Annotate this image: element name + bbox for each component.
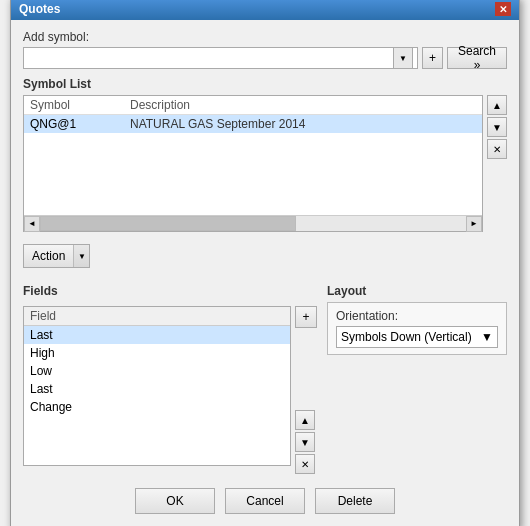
layout-panel: Layout Orientation: Symbols Down (Vertic… — [327, 284, 507, 474]
layout-group: Orientation: Symbols Down (Vertical) ▼ — [327, 302, 507, 355]
symbol-list-body: QNG@1 NATURAL GAS September 2014 — [24, 115, 482, 215]
symbol-delete-button[interactable]: ✕ — [487, 139, 507, 159]
add-symbol-row: ▼ + Search » — [23, 47, 507, 69]
symbol-value: QNG@1 — [30, 117, 130, 131]
bottom-panels: Fields Field Last High Low Last Change — [23, 284, 507, 474]
action-button-label: Action — [24, 249, 73, 263]
footer-buttons: OK Cancel Delete — [23, 488, 507, 518]
cancel-button[interactable]: Cancel — [225, 488, 305, 514]
fields-and-buttons: Field Last High Low Last Change + ▲ — [23, 306, 317, 474]
symbol-list-label: Symbol List — [23, 77, 507, 91]
symbol-side-buttons: ▲ ▼ ✕ — [487, 95, 507, 238]
field-row-high[interactable]: High — [24, 344, 290, 362]
field-row-change[interactable]: Change — [24, 398, 290, 416]
action-dropdown-arrow[interactable]: ▼ — [73, 245, 89, 267]
scroll-left-btn[interactable]: ◄ — [24, 216, 40, 232]
fields-list: Field Last High Low Last Change — [23, 306, 291, 466]
orientation-label: Orientation: — [336, 309, 498, 323]
delete-button[interactable]: Delete — [315, 488, 395, 514]
horizontal-scrollbar[interactable]: ◄ ► — [24, 215, 482, 231]
layout-label: Layout — [327, 284, 507, 298]
symbol-row[interactable]: QNG@1 NATURAL GAS September 2014 — [24, 115, 482, 133]
quotes-window: Quotes ✕ Add symbol: ▼ + Search » Symbol… — [10, 0, 520, 526]
orientation-value: Symbols Down (Vertical) — [341, 330, 472, 344]
orientation-arrow: ▼ — [481, 330, 493, 344]
fields-delete-button[interactable]: ✕ — [295, 454, 315, 474]
field-list-header: Field — [24, 307, 290, 326]
fields-list-wrapper: Field Last High Low Last Change — [23, 306, 291, 474]
symbol-list-panel: Symbol Description QNG@1 NATURAL GAS Sep… — [23, 95, 483, 232]
search-button[interactable]: Search » — [447, 47, 507, 69]
field-row-last-2[interactable]: Last — [24, 380, 290, 398]
fields-down-button[interactable]: ▼ — [295, 432, 315, 452]
symbol-up-button[interactable]: ▲ — [487, 95, 507, 115]
add-symbol-plus-button[interactable]: + — [422, 47, 443, 69]
fields-up-button[interactable]: ▲ — [295, 410, 315, 430]
field-row-low[interactable]: Low — [24, 362, 290, 380]
fields-plus-button[interactable]: + — [295, 306, 317, 328]
fields-side-buttons: + ▲ ▼ ✕ — [295, 306, 317, 474]
symbol-col-header: Symbol — [30, 98, 130, 112]
add-symbol-label: Add symbol: — [23, 30, 507, 44]
add-symbol-dropdown-arrow[interactable]: ▼ — [393, 47, 413, 69]
scroll-right-btn[interactable]: ► — [466, 216, 482, 232]
ok-button[interactable]: OK — [135, 488, 215, 514]
scroll-track[interactable] — [40, 216, 466, 231]
description-col-header: Description — [130, 98, 476, 112]
action-button[interactable]: Action ▼ — [23, 244, 90, 268]
symbol-list-header: Symbol Description — [24, 96, 482, 115]
symbol-down-button[interactable]: ▼ — [487, 117, 507, 137]
window-title: Quotes — [19, 2, 60, 16]
fields-panel-header: Fields — [23, 284, 317, 302]
fields-label: Fields — [23, 284, 58, 298]
field-row-last-1[interactable]: Last — [24, 326, 290, 344]
fields-panel: Fields Field Last High Low Last Change — [23, 284, 317, 474]
field-col-header: Field — [30, 309, 56, 323]
title-bar: Quotes ✕ — [11, 0, 519, 20]
add-symbol-input[interactable] — [28, 51, 393, 65]
description-value: NATURAL GAS September 2014 — [130, 117, 476, 131]
close-button[interactable]: ✕ — [495, 2, 511, 16]
orientation-select[interactable]: Symbols Down (Vertical) ▼ — [336, 326, 498, 348]
